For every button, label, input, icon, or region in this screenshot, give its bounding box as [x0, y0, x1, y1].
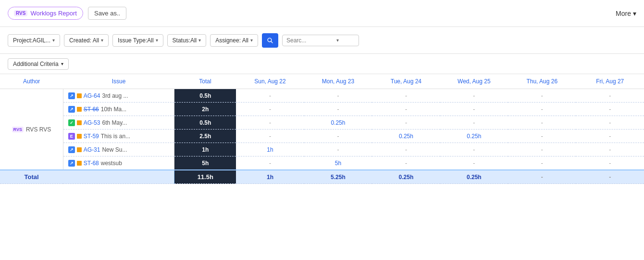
save-as-button[interactable]: Save as.. — [88, 7, 126, 20]
chevron-down-icon: ▾ — [156, 38, 158, 43]
svg-line-1 — [271, 41, 272, 42]
col-wed-aug25: Wed, Aug 25 — [440, 74, 508, 89]
issue-text: New Su... — [102, 146, 127, 153]
total-label: Total — [0, 170, 63, 184]
day-cell: - — [508, 116, 576, 130]
day-cell: - — [576, 103, 644, 116]
chevron-down-icon: ▾ — [198, 38, 201, 43]
day-cell: - — [576, 89, 644, 103]
day-cell: - — [508, 130, 576, 143]
day-cell: - — [576, 143, 644, 156]
search-button[interactable] — [262, 33, 278, 48]
additional-criteria-label: Additional Criteria — [13, 61, 59, 67]
priority-icon — [77, 120, 82, 125]
chevron-down-icon: ▾ — [52, 38, 55, 43]
total-cell: 5h — [174, 156, 236, 170]
assignee-filter[interactable]: Assignee: All ▾ — [210, 34, 258, 47]
logo-rvs: RVS — [14, 10, 27, 16]
chevron-down-icon: ▾ — [250, 38, 253, 43]
day-cell: - — [304, 103, 372, 116]
table-row: ✓ AG-53 6th May... 0.5h-0.25h---- — [0, 116, 644, 130]
col-total: Total — [174, 74, 236, 89]
worklogs-table: Author Issue Total Sun, Aug 22 Mon, Aug … — [0, 74, 644, 184]
priority-icon — [77, 93, 82, 98]
issue-cell: ↗ ST-68 westsub — [63, 156, 174, 170]
issue-type-icon: ✓ — [68, 119, 75, 126]
table-row: ↗ ST-68 westsub 5h-5h---- — [0, 156, 644, 170]
day-cell: - — [440, 89, 508, 103]
issue-cell: ↗ AG-31 New Su... — [63, 143, 174, 156]
search-input[interactable] — [286, 37, 334, 44]
day-cell: - — [372, 89, 440, 103]
day-cell: 0.25h — [304, 116, 372, 130]
assignee-filter-label: Assignee: All — [215, 37, 248, 44]
search-input-wrap: ▾ — [282, 35, 359, 46]
total-day-cell: 5.25h — [304, 170, 372, 184]
table-container: Author Issue Total Sun, Aug 22 Mon, Aug … — [0, 74, 644, 260]
issue-text: 3rd aug ... — [102, 92, 128, 99]
day-cell: 0.25h — [440, 130, 508, 143]
more-label: More — [616, 10, 631, 17]
top-bar: RVS Worklogs Report Save as.. More ▾ — [0, 0, 644, 27]
issue-cell: ↗ AG-64 3rd aug ... — [63, 89, 174, 103]
col-tue-aug24: Tue, Aug 24 — [372, 74, 440, 89]
day-cell: - — [508, 156, 576, 170]
table-row: RVS RVS RVS ↗ AG-64 3rd aug ... 0.5h----… — [0, 89, 644, 103]
day-cell: - — [236, 103, 304, 116]
report-label: Worklogs Report — [30, 10, 77, 17]
day-cell: - — [372, 143, 440, 156]
chevron-down-icon: ▾ — [61, 61, 63, 66]
total-day-cell: 1h — [236, 170, 304, 184]
issue-cell: E ST-59 This is an... — [63, 130, 174, 143]
issue-link[interactable]: ST-66 — [84, 106, 99, 113]
issue-type-icon: ↗ — [68, 106, 75, 113]
total-cell: 2h — [174, 103, 236, 116]
report-logo-button[interactable]: RVS Worklogs Report — [8, 7, 83, 20]
day-cell: - — [304, 143, 372, 156]
total-cell: 0.5h — [174, 116, 236, 130]
day-cell: - — [576, 156, 644, 170]
col-fri-aug27: Fri, Aug 27 — [576, 74, 644, 89]
issue-type-filter-label: Issue Type:All — [118, 37, 153, 44]
day-cell: - — [576, 116, 644, 130]
day-cell: - — [440, 156, 508, 170]
day-cell: 0.25h — [372, 130, 440, 143]
total-day-cell: - — [508, 170, 576, 184]
day-cell: - — [372, 156, 440, 170]
table-row: ↗ AG-31 New Su... 1h1h----- — [0, 143, 644, 156]
author-name: RVS RVS — [26, 126, 51, 133]
created-filter[interactable]: Created: All ▾ — [64, 34, 109, 47]
status-filter-label: Status:All — [173, 37, 197, 44]
issue-link[interactable]: AG-31 — [84, 146, 100, 153]
issue-text: westsub — [101, 160, 122, 167]
more-button[interactable]: More ▾ — [616, 10, 636, 17]
issue-link[interactable]: ST-59 — [84, 133, 99, 140]
created-filter-label: Created: All — [69, 37, 99, 44]
total-day-cell: 0.25h — [440, 170, 508, 184]
total-value-cell: 11.5h — [174, 170, 236, 184]
priority-icon — [77, 134, 82, 139]
author-cell: RVS RVS RVS — [0, 89, 63, 170]
total-issue-blank — [63, 170, 174, 184]
issue-type-icon: ↗ — [68, 160, 75, 167]
day-cell: - — [236, 116, 304, 130]
issue-link[interactable]: AG-53 — [84, 119, 100, 126]
issue-type-filter[interactable]: Issue Type:All ▾ — [112, 34, 163, 47]
project-filter[interactable]: Project:AGIL... ▾ — [8, 34, 60, 47]
total-cell: 1h — [174, 143, 236, 156]
priority-icon — [77, 107, 82, 112]
total-cell: 2.5h — [174, 130, 236, 143]
status-filter[interactable]: Status:All ▾ — [167, 34, 207, 47]
day-cell: - — [236, 156, 304, 170]
day-cell: - — [440, 143, 508, 156]
day-cell: - — [440, 116, 508, 130]
issue-text: This is an... — [101, 133, 130, 140]
issue-link[interactable]: ST-68 — [84, 160, 99, 167]
chevron-down-icon: ▾ — [336, 38, 339, 43]
chevron-down-icon: ▾ — [101, 38, 103, 43]
additional-criteria-button[interactable]: Additional Criteria ▾ — [8, 58, 69, 70]
day-cell: - — [304, 130, 372, 143]
day-cell: - — [508, 143, 576, 156]
author-logo: RVS — [12, 127, 24, 132]
issue-link[interactable]: AG-64 — [84, 92, 100, 99]
